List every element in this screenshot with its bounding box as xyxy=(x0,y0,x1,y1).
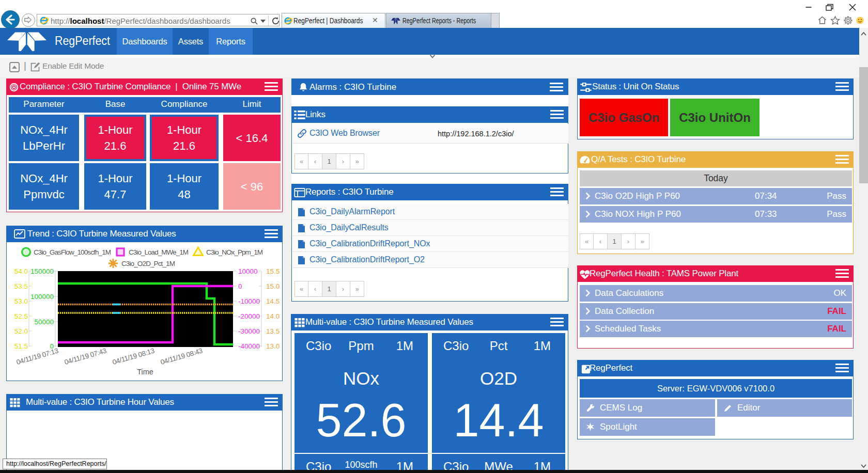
svg-text:10000: 10000 xyxy=(238,267,258,275)
svg-text:52.0: 52.0 xyxy=(14,327,28,335)
svg-text:C3io_O2D_Pct_1M: C3io_O2D_Pct_1M xyxy=(121,260,175,267)
svg-text:14.0: 14.0 xyxy=(266,312,280,320)
svg-text:50000: 50000 xyxy=(34,318,54,326)
svg-text:13.0: 13.0 xyxy=(266,342,280,350)
svg-text:04/11/19 07:43: 04/11/19 07:43 xyxy=(64,346,107,366)
svg-text:-10000: -10000 xyxy=(238,297,260,305)
svg-text:-30000: -30000 xyxy=(238,327,260,335)
svg-text:C3io_GasFlow_100scfh_1M: C3io_GasFlow_100scfh_1M xyxy=(34,248,111,256)
svg-text:150000: 150000 xyxy=(30,267,54,275)
svg-text:C3io_Load_MWe_1M: C3io_Load_MWe_1M xyxy=(129,248,189,256)
svg-text:53.0: 53.0 xyxy=(14,297,28,305)
svg-text:0: 0 xyxy=(238,282,242,290)
svg-text:51.5: 51.5 xyxy=(14,342,28,350)
svg-text:-20000: -20000 xyxy=(238,312,260,320)
svg-text:53.5: 53.5 xyxy=(14,282,28,290)
svg-text:Time: Time xyxy=(137,368,153,376)
svg-text:15.5: 15.5 xyxy=(266,267,280,275)
svg-text:52.5: 52.5 xyxy=(14,312,28,320)
svg-text:-40000: -40000 xyxy=(238,342,260,350)
svg-text:13.5: 13.5 xyxy=(266,327,280,335)
svg-text:04/11/19 08:13: 04/11/19 08:13 xyxy=(112,346,156,366)
svg-text:C3io_NOx_Ppm_1M: C3io_NOx_Ppm_1M xyxy=(206,248,263,256)
svg-text:14.5: 14.5 xyxy=(266,297,280,305)
svg-text:100000: 100000 xyxy=(30,293,54,301)
svg-text:54.0: 54.0 xyxy=(14,267,28,275)
svg-text:04/11/19 08:43: 04/11/19 08:43 xyxy=(160,346,204,366)
svg-text:15.0: 15.0 xyxy=(266,282,280,290)
